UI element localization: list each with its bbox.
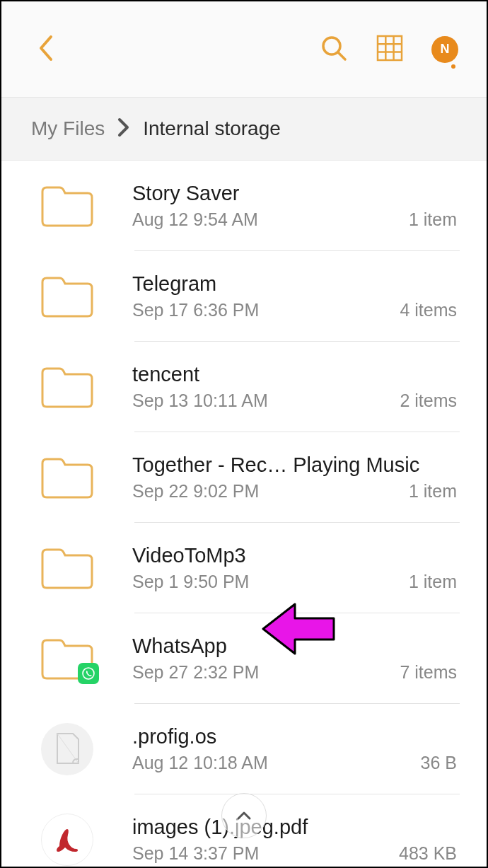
- folder-icon: [40, 636, 95, 681]
- file-name: Together - Rec… Playing Music: [132, 453, 472, 477]
- file-date: Sep 27 2:32 PM: [132, 662, 259, 683]
- file-list: Story Saver Aug 12 9:54 AM 1 item Telegr…: [1, 161, 487, 868]
- folder-icon: [40, 455, 95, 500]
- back-button[interactable]: [37, 34, 55, 65]
- file-date: Sep 13 10:11 AM: [132, 390, 268, 411]
- file-name: tencent: [132, 363, 472, 386]
- list-item[interactable]: Together - Rec… Playing Music Sep 22 9:0…: [1, 432, 487, 523]
- chevron-right-icon: [117, 117, 130, 140]
- file-name: WhatsApp: [132, 635, 472, 658]
- file-name: Telegram: [132, 272, 472, 296]
- list-item[interactable]: VideoToMp3 Sep 1 9:50 PM 1 item: [1, 523, 487, 613]
- list-item[interactable]: .profig.os Aug 12 10:18 AM 36 B: [1, 704, 487, 794]
- svg-point-7: [83, 668, 94, 679]
- folder-icon: [40, 274, 95, 319]
- list-item[interactable]: WhatsApp Sep 27 2:32 PM 7 items: [1, 613, 487, 704]
- file-meta: 1 item: [409, 209, 457, 230]
- file-name: .profig.os: [132, 725, 472, 748]
- scroll-to-top-button[interactable]: [221, 793, 267, 838]
- file-icon: [41, 723, 93, 775]
- file-meta: 36 B: [421, 753, 457, 773]
- app-header: N: [1, 1, 487, 97]
- file-date: Sep 17 6:36 PM: [132, 300, 259, 320]
- file-meta: 1 item: [409, 572, 457, 592]
- file-meta: 1 item: [409, 481, 457, 502]
- file-name: VideoToMp3: [132, 544, 472, 567]
- file-name: Story Saver: [132, 182, 472, 205]
- file-date: Sep 14 3:37 PM: [132, 843, 259, 864]
- profile-badge[interactable]: N: [431, 36, 458, 63]
- svg-rect-2: [378, 36, 402, 60]
- folder-icon: [40, 364, 95, 410]
- file-date: Sep 22 9:02 PM: [132, 481, 259, 502]
- file-meta: 4 items: [400, 300, 457, 320]
- whatsapp-icon: [78, 663, 99, 684]
- file-meta: 7 items: [400, 662, 457, 683]
- grid-view-icon[interactable]: [376, 35, 403, 64]
- list-item[interactable]: Telegram Sep 17 6:36 PM 4 items: [1, 251, 487, 342]
- file-name: images (1).jpeg.pdf: [132, 816, 472, 839]
- search-icon[interactable]: [320, 34, 348, 65]
- file-date: Sep 1 9:50 PM: [132, 572, 249, 592]
- file-date: Aug 12 9:54 AM: [132, 209, 258, 230]
- folder-icon: [40, 545, 95, 591]
- list-item[interactable]: Story Saver Aug 12 9:54 AM 1 item: [1, 161, 487, 251]
- list-item[interactable]: tencent Sep 13 10:11 AM 2 items: [1, 342, 487, 432]
- svg-line-1: [338, 52, 345, 59]
- breadcrumb-root[interactable]: My Files: [31, 117, 105, 140]
- file-meta: 483 KB: [399, 843, 457, 864]
- file-date: Aug 12 10:18 AM: [132, 753, 268, 773]
- breadcrumb-current: Internal storage: [143, 117, 281, 140]
- folder-icon: [40, 183, 95, 228]
- pdf-icon: [41, 814, 93, 866]
- breadcrumb: My Files Internal storage: [1, 97, 487, 161]
- file-meta: 2 items: [400, 390, 457, 411]
